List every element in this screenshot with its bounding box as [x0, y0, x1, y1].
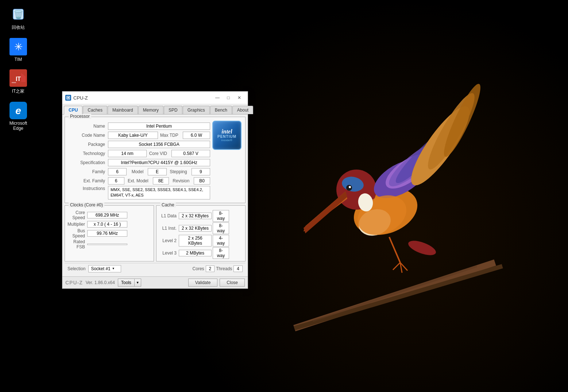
close-button[interactable]: ✕ [234, 94, 245, 102]
clocks-section-title: Clocks (Core #0) [69, 202, 104, 207]
selection-dropdown[interactable]: Socket #1 ▼ [88, 265, 121, 272]
corevid-value: 0.587 V [171, 150, 210, 157]
desktop-icons: 🗑️ 回收站 ✳ TIM IT IT之家 e [0, 0, 44, 136]
processor-section: Processor intel PENTIUM inside® Name Int… [65, 117, 246, 203]
selection-value: Socket #1 [91, 266, 110, 271]
ext-family-multi: 6 Ext. Model 8E Revision B0 [108, 177, 210, 185]
codename-label: Code Name [68, 133, 108, 138]
corevid-label: Core VID [148, 151, 170, 156]
tim-icon[interactable]: ✳ TIM [4, 38, 33, 62]
instructions-row: Instructions MMX, SSE, SSE2, SSE3, SSSE3… [68, 186, 210, 199]
maxtdp-label: Max TDP [159, 133, 181, 138]
intel-logo-text: intel [221, 129, 232, 135]
family-value: 6 [108, 168, 127, 175]
itzj-icon-img: IT [9, 69, 27, 87]
window-controls: ― □ ✕ [212, 94, 245, 102]
tab-mainboard[interactable]: Mainboard [108, 106, 138, 114]
minimize-button[interactable]: ― [212, 94, 223, 102]
intel-pentium-text: PENTIUM [217, 135, 236, 139]
window-title: CPU-Z [73, 95, 210, 101]
level2-way: 4-way [213, 235, 229, 247]
intel-inside-text: inside® [221, 139, 232, 142]
core-speed-value: 698.29 MHz [87, 212, 127, 218]
edge-label: Microsoft Edge [4, 121, 33, 131]
multiplier-label: Multiplier [67, 222, 87, 227]
validate-button[interactable]: Validate [188, 279, 217, 287]
rated-fsb-value [87, 244, 127, 245]
tab-bar: CPU Caches Mainboard Memory SPD Graphics… [62, 104, 248, 115]
intel-chip-badge: intel PENTIUM inside® [212, 121, 242, 150]
itzj-icon[interactable]: IT IT之家 [4, 69, 33, 94]
tab-spd[interactable]: SPD [164, 106, 182, 114]
model-value: E [148, 168, 166, 175]
tab-memory[interactable]: Memory [138, 106, 163, 114]
rated-fsb-row: Rated FSB [67, 239, 151, 249]
recycle-icon-img: 🗑️ [9, 5, 27, 23]
tools-button[interactable]: Tools ▼ [118, 279, 141, 287]
svg-rect-6 [12, 82, 16, 83]
core-speed-row: Core Speed 698.29 MHz [67, 210, 151, 220]
footer-version: Ver. 1.86.0.x64 [86, 280, 115, 285]
core-speed-label: Core Speed [67, 210, 87, 220]
instructions-label: Instructions [68, 186, 108, 191]
codename-value: Kaby Lake-U/Y [108, 132, 158, 139]
level3-value: 2 MBytes [179, 250, 212, 256]
tab-about[interactable]: About [232, 106, 253, 114]
ext-model-value: 8E [153, 177, 169, 185]
package-value: Socket 1356 FCBGA [108, 141, 210, 148]
rated-fsb-label: Rated FSB [67, 239, 87, 249]
revision-value: B0 [194, 177, 210, 185]
cpuz-window: CPU-Z ― □ ✕ CPU Caches Mainboard Memory … [62, 91, 248, 289]
revision-label: Revision [170, 178, 192, 183]
l1data-value: 2 x 32 KBytes [179, 213, 212, 219]
level2-label: Level 2 [159, 238, 179, 243]
instructions-value: MMX, SSE, SSE2, SSE3, SSSE3, SSE4.1, SSE… [108, 186, 210, 199]
stepping-value: 9 [192, 168, 210, 175]
level2-value: 2 x 256 KBytes [179, 235, 212, 247]
edge-icon[interactable]: e Microsoft Edge [4, 102, 33, 131]
package-label: Package [68, 142, 108, 147]
cores-value: 2 [206, 265, 215, 272]
svg-point-26 [349, 186, 351, 188]
tim-icon-img: ✳ [9, 38, 27, 55]
cpuz-app-icon [65, 95, 71, 101]
technology-value: 14 nm [108, 150, 147, 157]
ext-family-row: Ext. Family 6 Ext. Model 8E Revision B0 [68, 177, 210, 185]
level3-way: 8-way [213, 247, 229, 259]
clocks-content: Core Speed 698.29 MHz Multiplier x 7.0 (… [65, 206, 154, 252]
svg-text:✳: ✳ [14, 41, 23, 53]
tab-caches[interactable]: Caches [83, 106, 107, 114]
stepping-label: Stepping [168, 169, 190, 174]
name-label: Name [68, 124, 108, 129]
l1data-way: 8-way [213, 210, 229, 222]
close-footer-button[interactable]: Close [220, 279, 245, 287]
maxtdp-value: 6.0 W [183, 132, 210, 139]
tab-bench[interactable]: Bench [210, 106, 232, 114]
tim-label: TIM [15, 57, 22, 62]
tab-graphics[interactable]: Graphics [183, 106, 210, 114]
l1data-label: L1 Data [159, 213, 179, 218]
threads-value: 4 [233, 265, 243, 272]
level3-label: Level 3 [159, 251, 179, 256]
recycle-bin-icon[interactable]: 🗑️ 回收站 [4, 5, 33, 31]
tools-dropdown-icon: ▼ [135, 280, 141, 286]
maximize-button[interactable]: □ [223, 94, 234, 102]
itzj-label: IT之家 [12, 88, 25, 94]
tab-cpu[interactable]: CPU [64, 106, 82, 115]
cores-threads-group: Cores 2 Threads 4 [193, 265, 243, 272]
family-multi: 6 Model E Stepping 9 [108, 168, 210, 175]
multiplier-value: x 7.0 ( 4 - 16 ) [87, 221, 127, 228]
l1inst-row: L1 Inst. 2 x 32 KBytes 8-way [159, 222, 243, 234]
specification-row: Specification Intel?Pentium?CPU 4415Y @ … [68, 159, 210, 167]
codename-row: Code Name Kaby Lake-U/Y Max TDP 6.0 W [68, 131, 210, 139]
dropdown-arrow-icon: ▼ [112, 267, 115, 270]
clocks-section: Clocks (Core #0) Core Speed 698.29 MHz M… [65, 205, 154, 261]
bus-speed-label: Bus Speed [67, 228, 87, 238]
codename-multi: Kaby Lake-U/Y Max TDP 6.0 W [108, 132, 210, 139]
selection-label: Selection [67, 266, 85, 271]
level3-row: Level 3 2 MBytes 8-way [159, 247, 243, 259]
processor-section-title: Processor [69, 114, 91, 119]
cache-section-title: Cache [160, 202, 176, 207]
edge-icon-img: e [9, 102, 27, 119]
svg-text:🗑️: 🗑️ [13, 9, 24, 19]
